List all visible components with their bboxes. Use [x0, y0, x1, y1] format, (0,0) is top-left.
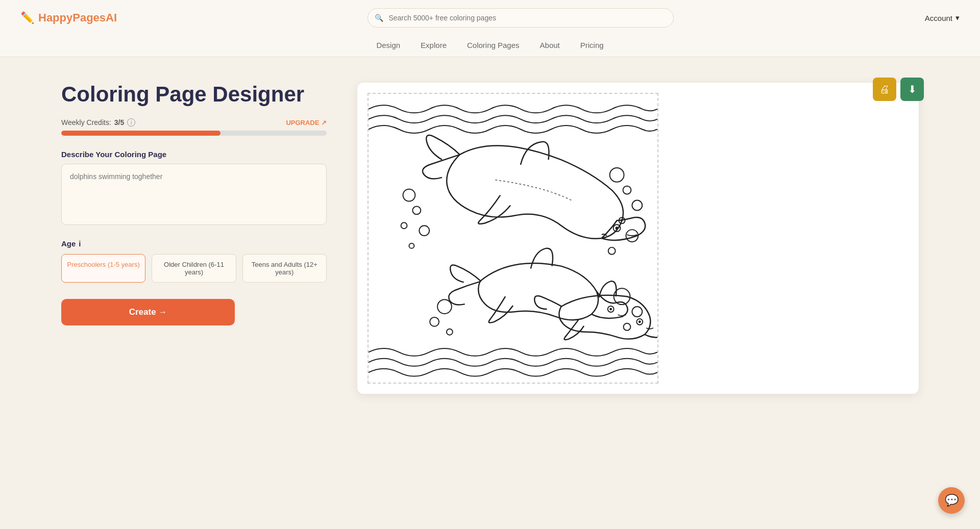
age-options: Preschoolers (1-5 years) Older Children … — [61, 254, 327, 283]
left-panel: Coloring Page Designer Weekly Credits: 3… — [61, 83, 327, 325]
chat-button[interactable]: 💬 — [938, 487, 965, 514]
description-label: Describe Your Coloring Page — [61, 150, 327, 159]
svg-point-12 — [430, 317, 439, 326]
search-input[interactable] — [368, 8, 674, 28]
progress-bar — [61, 131, 327, 136]
progress-fill — [61, 131, 220, 136]
svg-point-22 — [639, 320, 641, 323]
svg-point-3 — [419, 225, 429, 236]
age-section: Age i Preschoolers (1-5 years) Older Chi… — [61, 239, 327, 283]
nav-item-pricing[interactable]: Pricing — [580, 41, 604, 49]
credits-label: Weekly Credits: 3/5 i — [61, 118, 135, 127]
search-bar: 🔍 — [368, 8, 674, 28]
coloring-canvas — [368, 93, 658, 384]
description-input[interactable] — [61, 164, 327, 225]
canvas-container: 🖨 ⬇ — [357, 83, 919, 394]
svg-point-4 — [409, 243, 414, 248]
svg-point-2 — [401, 222, 407, 229]
credits-row: Weekly Credits: 3/5 i UPGRADE ↗ — [61, 118, 327, 127]
header: ✏️ HappyPagesAI 🔍 Account ▾ Design Explo… — [0, 0, 980, 57]
right-panel: 🖨 ⬇ — [357, 83, 919, 394]
logo-text: HappyPagesAI — [38, 11, 117, 24]
svg-point-13 — [447, 329, 453, 335]
page-title: Coloring Page Designer — [61, 83, 327, 106]
age-option-older-children[interactable]: Older Children (6-11 years) — [152, 254, 236, 283]
upgrade-link[interactable]: UPGRADE ↗ — [286, 119, 327, 127]
nav-item-design[interactable]: Design — [376, 41, 400, 49]
account-label: Account — [925, 14, 952, 22]
dolphin-illustration — [369, 94, 657, 383]
age-option-teens-adults[interactable]: Teens and Adults (12+ years) — [242, 254, 327, 283]
svg-point-6 — [623, 186, 631, 194]
svg-point-10 — [608, 247, 616, 255]
search-icon: 🔍 — [375, 14, 383, 22]
svg-point-18 — [616, 226, 619, 230]
nav-item-about[interactable]: About — [540, 41, 560, 49]
account-menu[interactable]: Account ▾ — [925, 13, 960, 22]
age-info-icon[interactable]: i — [79, 239, 81, 248]
svg-point-20 — [609, 308, 612, 311]
svg-point-5 — [610, 168, 624, 182]
main-content: Coloring Page Designer Weekly Credits: 3… — [0, 57, 980, 419]
logo-icon: ✏️ — [20, 11, 34, 24]
svg-point-16 — [623, 323, 630, 331]
chat-icon: 💬 — [945, 494, 959, 507]
print-icon: 🖨 — [879, 84, 890, 95]
svg-point-7 — [632, 200, 642, 211]
download-button[interactable]: ⬇ — [900, 78, 924, 101]
svg-point-11 — [437, 299, 452, 314]
create-button[interactable]: Create → — [61, 299, 235, 325]
svg-point-0 — [403, 189, 415, 201]
nav-bar: Design Explore Coloring Pages About Pric… — [20, 34, 960, 57]
svg-point-1 — [412, 206, 421, 214]
age-option-preschoolers[interactable]: Preschoolers (1-5 years) — [61, 254, 145, 283]
print-button[interactable]: 🖨 — [873, 78, 896, 101]
age-label: Age i — [61, 239, 327, 248]
logo[interactable]: ✏️ HappyPagesAI — [20, 11, 117, 24]
chevron-down-icon: ▾ — [955, 13, 960, 22]
download-icon: ⬇ — [908, 83, 917, 95]
credits-info-icon[interactable]: i — [127, 118, 135, 127]
svg-point-15 — [632, 307, 642, 317]
nav-item-coloring-pages[interactable]: Coloring Pages — [467, 41, 520, 49]
toolbar-buttons: 🖨 ⬇ — [873, 78, 924, 101]
nav-item-explore[interactable]: Explore — [421, 41, 447, 49]
